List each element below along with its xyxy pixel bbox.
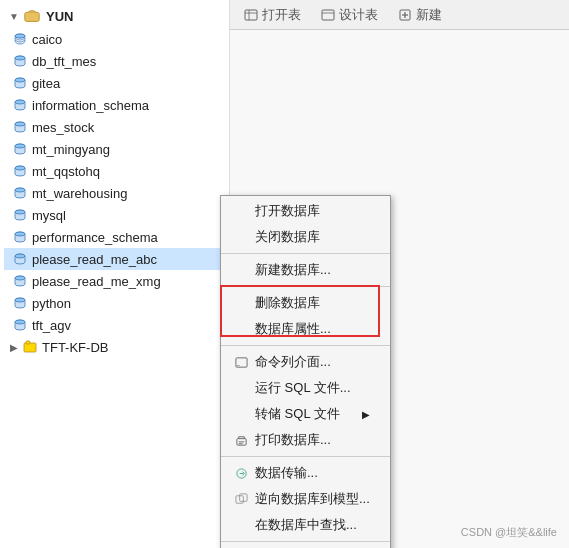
menu-separator-5 [221, 541, 390, 542]
item-label: python [32, 296, 71, 311]
svg-point-18 [15, 210, 25, 214]
menu-label: 数据传输... [255, 464, 318, 482]
db-icon [12, 141, 28, 157]
list-item[interactable]: mysql [4, 204, 229, 226]
menu-item-transfer[interactable]: 数据传输... [221, 460, 390, 486]
svg-point-28 [15, 320, 25, 324]
svg-point-14 [15, 166, 25, 170]
transfer-icon [233, 465, 249, 481]
tab-open-table[interactable]: 打开表 [238, 4, 307, 26]
tab-design-label: 设计表 [339, 6, 378, 24]
list-item[interactable]: mt_qqstohq [4, 160, 229, 182]
menu-item-print-db[interactable]: 打印数据库... [221, 427, 390, 453]
item-label: caico [32, 32, 62, 47]
menu-item-dump-sql[interactable]: 转储 SQL 文件 ▶ [221, 401, 390, 427]
menu-item-new-db[interactable]: 新建数据库... [221, 257, 390, 283]
menu-label: 命令列介面... [255, 353, 331, 371]
item-label: db_tft_mes [32, 54, 96, 69]
list-item[interactable]: performance_schema [4, 226, 229, 248]
svg-point-26 [15, 298, 25, 302]
svg-rect-30 [26, 341, 30, 344]
item-label: mysql [32, 208, 66, 223]
menu-label: 运行 SQL 文件... [255, 379, 351, 397]
list-item[interactable]: python [4, 292, 229, 314]
print-icon [233, 432, 249, 448]
tab-new[interactable]: 新建 [392, 4, 448, 26]
watermark: CSDN @坦笑&&life [461, 525, 557, 540]
tab-design-table[interactable]: 设计表 [315, 4, 384, 26]
list-item[interactable]: tft_agv [4, 314, 229, 336]
properties-icon [233, 321, 249, 337]
svg-rect-34 [322, 10, 334, 20]
item-label: mes_stock [32, 120, 94, 135]
menu-item-run-sql[interactable]: 运行 SQL 文件... [221, 375, 390, 401]
new-db-icon [233, 262, 249, 278]
yun-icon [22, 6, 42, 26]
open-db-icon [233, 203, 249, 219]
run-sql-icon [233, 380, 249, 396]
menu-label: 在数据库中查找... [255, 516, 357, 534]
design-table-icon [321, 8, 335, 22]
list-item[interactable]: caico [4, 28, 229, 50]
list-item[interactable]: mes_stock [4, 116, 229, 138]
list-item[interactable]: db_tft_mes [4, 50, 229, 72]
menu-item-open-db[interactable]: 打开数据库 [221, 198, 390, 224]
db-icon [12, 207, 28, 223]
svg-rect-31 [245, 10, 257, 20]
db-icon [12, 251, 28, 267]
svg-rect-29 [24, 343, 36, 352]
svg-point-4 [15, 56, 25, 60]
tab-bar: 打开表 设计表 [230, 0, 569, 30]
item-label: mt_warehousing [32, 186, 127, 201]
tab-new-label: 新建 [416, 6, 442, 24]
item-label: please_read_me_xmg [32, 274, 161, 289]
menu-item-db-properties[interactable]: 数据库属性... [221, 316, 390, 342]
db-icon [12, 273, 28, 289]
close-db-icon [233, 229, 249, 245]
db-icon [12, 185, 28, 201]
db-icon [12, 295, 28, 311]
db-icon [12, 53, 28, 69]
delete-db-icon [233, 295, 249, 311]
item-label: performance_schema [32, 230, 158, 245]
db-icon [12, 317, 28, 333]
menu-label: 新建数据库... [255, 261, 331, 279]
svg-point-12 [15, 144, 25, 148]
item-label: mt_qqstohq [32, 164, 100, 179]
menu-separator [221, 253, 390, 254]
find-icon [233, 517, 249, 533]
list-item[interactable]: ▶ TFT-KF-DB [4, 336, 229, 358]
new-icon [398, 8, 412, 22]
menu-label: 逆向数据库到模型... [255, 490, 370, 508]
menu-item-cmd[interactable]: _ 命令列介面... [221, 349, 390, 375]
list-item[interactable]: mt_warehousing [4, 182, 229, 204]
list-item[interactable]: gitea [4, 72, 229, 94]
menu-separator-2 [221, 286, 390, 287]
menu-item-find[interactable]: 在数据库中查找... [221, 512, 390, 538]
root-label: YUN [46, 9, 73, 24]
list-item[interactable]: please_read_me_xmg [4, 270, 229, 292]
menu-item-delete-db[interactable]: 删除数据库 [221, 290, 390, 316]
tree-root: ▼ YUN caico [0, 4, 229, 358]
context-menu: 打开数据库 关闭数据库 新建数据库... 删除数据库 数据库属性... _ 命令… [220, 195, 391, 548]
db-icon [12, 97, 28, 113]
svg-point-8 [15, 100, 25, 104]
db-icon [12, 163, 28, 179]
svg-point-20 [15, 232, 25, 236]
list-item[interactable]: mt_mingyang [4, 138, 229, 160]
list-item-selected[interactable]: please_read_me_abc [4, 248, 229, 270]
svg-point-2 [15, 34, 25, 38]
db-icon [12, 119, 28, 135]
tree-root-item[interactable]: ▼ YUN [4, 4, 229, 28]
db2-icon [22, 339, 38, 355]
svg-rect-43 [238, 443, 242, 444]
item-label: gitea [32, 76, 60, 91]
item-label: information_schema [32, 98, 149, 113]
menu-item-reverse[interactable]: 逆向数据库到模型... [221, 486, 390, 512]
db-icon [12, 229, 28, 245]
svg-rect-42 [238, 441, 244, 442]
list-item[interactable]: information_schema [4, 94, 229, 116]
expand-icon: ▼ [8, 10, 20, 22]
menu-item-close-db[interactable]: 关闭数据库 [221, 224, 390, 250]
item-label: mt_mingyang [32, 142, 110, 157]
